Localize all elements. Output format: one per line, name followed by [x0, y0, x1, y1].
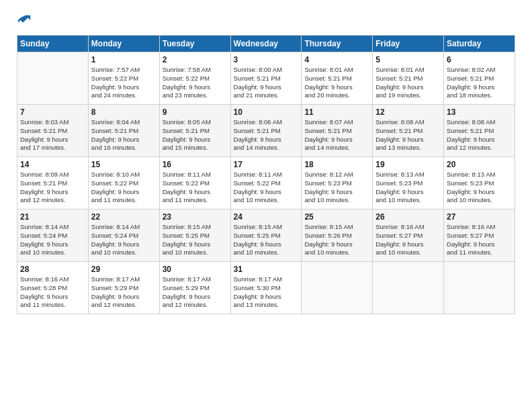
day-number: 28	[20, 265, 85, 274]
day-info: Sunrise: 8:01 AM Sunset: 5:21 PM Dayligh…	[304, 66, 369, 100]
day-info: Sunrise: 8:16 AM Sunset: 5:27 PM Dayligh…	[447, 223, 512, 257]
calendar-cell: 11Sunrise: 8:07 AM Sunset: 5:21 PM Dayli…	[302, 105, 373, 157]
calendar-cell: 14Sunrise: 8:09 AM Sunset: 5:21 PM Dayli…	[17, 157, 89, 210]
day-number: 18	[304, 160, 369, 169]
day-number: 16	[163, 160, 228, 169]
day-info: Sunrise: 8:13 AM Sunset: 5:23 PM Dayligh…	[447, 171, 512, 205]
logo	[17, 13, 34, 28]
calendar-cell: 21Sunrise: 8:14 AM Sunset: 5:24 PM Dayli…	[17, 210, 89, 262]
calendar-cell: 26Sunrise: 8:16 AM Sunset: 5:27 PM Dayli…	[373, 210, 444, 262]
day-info: Sunrise: 8:08 AM Sunset: 5:21 PM Dayligh…	[375, 118, 441, 152]
day-info: Sunrise: 8:11 AM Sunset: 5:22 PM Dayligh…	[234, 171, 299, 205]
calendar-cell: 9Sunrise: 8:05 AM Sunset: 5:21 PM Daylig…	[159, 105, 230, 157]
day-info: Sunrise: 8:05 AM Sunset: 5:21 PM Dayligh…	[163, 118, 228, 152]
calendar: SundayMondayTuesdayWednesdayThursdayFrid…	[17, 35, 515, 314]
day-info: Sunrise: 8:17 AM Sunset: 5:30 PM Dayligh…	[234, 275, 299, 310]
day-number: 22	[91, 212, 157, 222]
day-info: Sunrise: 8:15 AM Sunset: 5:26 PM Dayligh…	[304, 223, 369, 257]
day-number: 17	[234, 160, 299, 169]
calendar-week-row: 1Sunrise: 7:57 AM Sunset: 5:22 PM Daylig…	[17, 52, 515, 105]
calendar-cell: 19Sunrise: 8:13 AM Sunset: 5:23 PM Dayli…	[373, 157, 444, 210]
calendar-cell: 12Sunrise: 8:08 AM Sunset: 5:21 PM Dayli…	[373, 105, 444, 157]
day-info: Sunrise: 8:13 AM Sunset: 5:23 PM Dayligh…	[375, 171, 441, 205]
day-number: 20	[447, 160, 512, 169]
day-number: 27	[447, 212, 512, 222]
calendar-cell	[373, 262, 444, 314]
day-of-week-header: Sunday	[17, 36, 89, 52]
day-info: Sunrise: 8:03 AM Sunset: 5:21 PM Dayligh…	[20, 118, 85, 152]
day-number: 31	[234, 265, 299, 274]
day-info: Sunrise: 8:09 AM Sunset: 5:21 PM Dayligh…	[20, 171, 85, 205]
day-of-week-header: Friday	[373, 36, 444, 52]
calendar-week-row: 21Sunrise: 8:14 AM Sunset: 5:24 PM Dayli…	[17, 210, 515, 262]
day-info: Sunrise: 8:00 AM Sunset: 5:21 PM Dayligh…	[234, 66, 299, 100]
day-info: Sunrise: 8:15 AM Sunset: 5:25 PM Dayligh…	[163, 223, 228, 257]
day-info: Sunrise: 8:16 AM Sunset: 5:28 PM Dayligh…	[20, 275, 85, 310]
calendar-cell: 2Sunrise: 7:58 AM Sunset: 5:22 PM Daylig…	[159, 52, 230, 105]
calendar-cell: 7Sunrise: 8:03 AM Sunset: 5:21 PM Daylig…	[17, 105, 89, 157]
day-number: 6	[447, 55, 512, 64]
day-info: Sunrise: 8:11 AM Sunset: 5:22 PM Dayligh…	[163, 171, 228, 205]
calendar-cell: 29Sunrise: 8:17 AM Sunset: 5:29 PM Dayli…	[88, 262, 159, 314]
day-info: Sunrise: 8:01 AM Sunset: 5:21 PM Dayligh…	[375, 66, 441, 100]
svg-marker-0	[18, 15, 30, 23]
day-number: 8	[91, 107, 157, 117]
header	[17, 13, 515, 28]
day-number: 2	[163, 55, 228, 64]
day-number: 7	[20, 107, 85, 117]
day-info: Sunrise: 8:12 AM Sunset: 5:23 PM Dayligh…	[304, 171, 369, 205]
calendar-cell: 3Sunrise: 8:00 AM Sunset: 5:21 PM Daylig…	[230, 52, 302, 105]
day-number: 21	[20, 212, 85, 222]
day-info: Sunrise: 8:07 AM Sunset: 5:21 PM Dayligh…	[304, 118, 369, 152]
calendar-cell: 15Sunrise: 8:10 AM Sunset: 5:22 PM Dayli…	[88, 157, 159, 210]
day-number: 1	[91, 55, 157, 64]
calendar-cell: 5Sunrise: 8:01 AM Sunset: 5:21 PM Daylig…	[373, 52, 444, 105]
day-number: 12	[375, 107, 441, 117]
day-number: 19	[375, 160, 441, 169]
header-row: SundayMondayTuesdayWednesdayThursdayFrid…	[17, 36, 515, 52]
calendar-cell: 24Sunrise: 8:15 AM Sunset: 5:25 PM Dayli…	[230, 210, 302, 262]
day-number: 23	[163, 212, 228, 222]
calendar-cell: 10Sunrise: 8:06 AM Sunset: 5:21 PM Dayli…	[230, 105, 302, 157]
calendar-cell: 6Sunrise: 8:02 AM Sunset: 5:21 PM Daylig…	[444, 52, 515, 105]
day-info: Sunrise: 8:15 AM Sunset: 5:25 PM Dayligh…	[234, 223, 299, 257]
day-info: Sunrise: 7:58 AM Sunset: 5:22 PM Dayligh…	[163, 66, 228, 100]
day-info: Sunrise: 8:14 AM Sunset: 5:24 PM Dayligh…	[20, 223, 85, 257]
calendar-cell: 22Sunrise: 8:14 AM Sunset: 5:24 PM Dayli…	[88, 210, 159, 262]
calendar-cell: 16Sunrise: 8:11 AM Sunset: 5:22 PM Dayli…	[159, 157, 230, 210]
calendar-cell: 18Sunrise: 8:12 AM Sunset: 5:23 PM Dayli…	[302, 157, 373, 210]
calendar-cell: 27Sunrise: 8:16 AM Sunset: 5:27 PM Dayli…	[444, 210, 515, 262]
day-of-week-header: Saturday	[444, 36, 515, 52]
page: SundayMondayTuesdayWednesdayThursdayFrid…	[0, 0, 532, 411]
day-of-week-header: Wednesday	[230, 36, 302, 52]
day-of-week-header: Thursday	[302, 36, 373, 52]
calendar-cell: 4Sunrise: 8:01 AM Sunset: 5:21 PM Daylig…	[302, 52, 373, 105]
day-info: Sunrise: 8:17 AM Sunset: 5:29 PM Dayligh…	[163, 275, 228, 310]
calendar-header: SundayMondayTuesdayWednesdayThursdayFrid…	[17, 36, 515, 52]
day-number: 29	[91, 265, 157, 274]
day-info: Sunrise: 8:06 AM Sunset: 5:21 PM Dayligh…	[234, 118, 299, 152]
day-number: 26	[375, 212, 441, 222]
calendar-cell: 23Sunrise: 8:15 AM Sunset: 5:25 PM Dayli…	[159, 210, 230, 262]
calendar-cell: 20Sunrise: 8:13 AM Sunset: 5:23 PM Dayli…	[444, 157, 515, 210]
calendar-cell: 1Sunrise: 7:57 AM Sunset: 5:22 PM Daylig…	[88, 52, 159, 105]
day-info: Sunrise: 8:14 AM Sunset: 5:24 PM Dayligh…	[91, 223, 157, 257]
day-number: 11	[304, 107, 369, 117]
day-of-week-header: Tuesday	[159, 36, 230, 52]
calendar-cell: 30Sunrise: 8:17 AM Sunset: 5:29 PM Dayli…	[159, 262, 230, 314]
day-number: 15	[91, 160, 157, 169]
day-number: 9	[163, 107, 228, 117]
day-info: Sunrise: 7:57 AM Sunset: 5:22 PM Dayligh…	[91, 66, 157, 100]
day-number: 30	[163, 265, 228, 274]
day-number: 24	[234, 212, 299, 222]
day-info: Sunrise: 8:04 AM Sunset: 5:21 PM Dayligh…	[91, 118, 157, 152]
day-number: 4	[304, 55, 369, 64]
calendar-cell	[444, 262, 515, 314]
day-info: Sunrise: 8:10 AM Sunset: 5:22 PM Dayligh…	[91, 171, 157, 205]
calendar-cell: 17Sunrise: 8:11 AM Sunset: 5:22 PM Dayli…	[230, 157, 302, 210]
day-number: 25	[304, 212, 369, 222]
calendar-week-row: 7Sunrise: 8:03 AM Sunset: 5:21 PM Daylig…	[17, 105, 515, 157]
day-number: 5	[375, 55, 441, 64]
calendar-week-row: 28Sunrise: 8:16 AM Sunset: 5:28 PM Dayli…	[17, 262, 515, 314]
day-info: Sunrise: 8:17 AM Sunset: 5:29 PM Dayligh…	[91, 275, 157, 310]
